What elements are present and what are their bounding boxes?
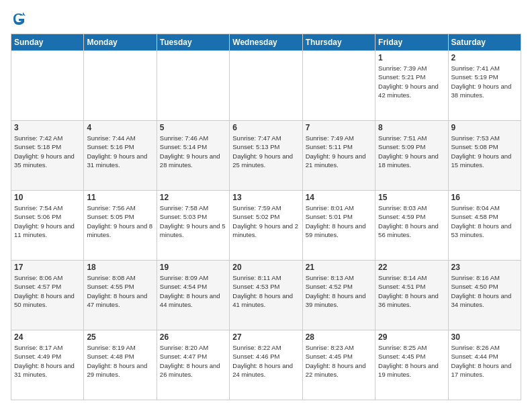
day-number: 17 [14,263,81,272]
day-cell: 9Sunrise: 7:53 AM Sunset: 5:08 PM Daylig… [448,121,521,191]
day-info: Sunrise: 8:16 AM Sunset: 4:50 PM Dayligh… [451,273,518,309]
day-cell: 29Sunrise: 8:25 AM Sunset: 4:45 PM Dayli… [375,330,448,400]
day-cell: 21Sunrise: 8:13 AM Sunset: 4:52 PM Dayli… [302,261,375,330]
day-cell: 7Sunrise: 7:49 AM Sunset: 5:11 PM Daylig… [302,121,375,191]
day-number: 11 [87,193,153,202]
day-info: Sunrise: 7:47 AM Sunset: 5:13 PM Dayligh… [232,134,299,169]
day-info: Sunrise: 8:14 AM Sunset: 4:51 PM Dayligh… [378,273,445,309]
day-cell [157,51,229,121]
day-number: 28 [306,332,372,342]
day-number: 21 [306,263,372,272]
col-header-thursday: Thursday [302,34,375,51]
day-info: Sunrise: 7:42 AM Sunset: 5:18 PM Dayligh… [14,134,81,169]
day-info: Sunrise: 8:13 AM Sunset: 4:52 PM Dayligh… [306,273,372,309]
day-number: 4 [87,123,153,132]
day-info: Sunrise: 8:22 AM Sunset: 4:46 PM Dayligh… [232,343,299,379]
day-info: Sunrise: 8:17 AM Sunset: 4:49 PM Dayligh… [14,343,81,379]
day-info: Sunrise: 8:06 AM Sunset: 4:57 PM Dayligh… [14,273,81,309]
day-info: Sunrise: 8:09 AM Sunset: 4:54 PM Dayligh… [160,273,226,309]
day-info: Sunrise: 7:59 AM Sunset: 5:02 PM Dayligh… [232,203,299,239]
day-cell: 23Sunrise: 8:16 AM Sunset: 4:50 PM Dayli… [448,261,521,330]
day-number: 10 [14,193,81,202]
week-row-3: 10Sunrise: 7:54 AM Sunset: 5:06 PM Dayli… [11,191,521,261]
day-cell: 6Sunrise: 7:47 AM Sunset: 5:13 PM Daylig… [230,121,302,191]
day-cell: 30Sunrise: 8:26 AM Sunset: 4:44 PM Dayli… [448,330,521,400]
day-number: 16 [451,193,518,202]
day-info: Sunrise: 7:53 AM Sunset: 5:08 PM Dayligh… [451,134,518,169]
day-cell: 5Sunrise: 7:46 AM Sunset: 5:14 PM Daylig… [157,121,229,191]
day-info: Sunrise: 8:23 AM Sunset: 4:45 PM Dayligh… [306,343,372,379]
day-cell: 13Sunrise: 7:59 AM Sunset: 5:02 PM Dayli… [230,191,302,261]
day-number: 2 [451,53,518,62]
logo-icon [11,11,27,27]
day-number: 15 [378,193,445,202]
day-cell: 8Sunrise: 7:51 AM Sunset: 5:09 PM Daylig… [375,121,448,191]
day-number: 24 [14,332,81,342]
day-cell [302,51,375,121]
day-info: Sunrise: 7:54 AM Sunset: 5:06 PM Dayligh… [14,203,81,239]
day-info: Sunrise: 8:26 AM Sunset: 4:44 PM Dayligh… [451,343,518,379]
week-row-5: 24Sunrise: 8:17 AM Sunset: 4:49 PM Dayli… [11,330,521,400]
day-cell: 22Sunrise: 8:14 AM Sunset: 4:51 PM Dayli… [375,261,448,330]
day-number: 9 [451,123,518,132]
day-number: 1 [378,53,445,62]
day-number: 5 [160,123,226,132]
day-number: 22 [378,263,445,272]
day-cell: 20Sunrise: 8:11 AM Sunset: 4:53 PM Dayli… [230,261,302,330]
day-info: Sunrise: 7:41 AM Sunset: 5:19 PM Dayligh… [451,64,518,99]
day-cell: 10Sunrise: 7:54 AM Sunset: 5:06 PM Dayli… [11,191,84,261]
day-cell: 27Sunrise: 8:22 AM Sunset: 4:46 PM Dayli… [230,330,302,400]
col-header-monday: Monday [84,34,157,51]
day-cell: 4Sunrise: 7:44 AM Sunset: 5:16 PM Daylig… [84,121,157,191]
day-info: Sunrise: 7:58 AM Sunset: 5:03 PM Dayligh… [160,203,226,239]
day-number: 18 [87,263,153,272]
day-number: 12 [160,193,226,202]
day-cell: 16Sunrise: 8:04 AM Sunset: 4:58 PM Dayli… [448,191,521,261]
day-number: 23 [451,263,518,272]
day-cell: 17Sunrise: 8:06 AM Sunset: 4:57 PM Dayli… [11,261,84,330]
day-number: 6 [232,123,299,132]
day-number: 7 [306,123,372,132]
day-cell [230,51,302,121]
day-cell: 14Sunrise: 8:01 AM Sunset: 5:01 PM Dayli… [302,191,375,261]
week-row-1: 1Sunrise: 7:39 AM Sunset: 5:21 PM Daylig… [11,51,521,121]
header-row: SundayMondayTuesdayWednesdayThursdayFrid… [11,34,521,51]
day-number: 13 [232,193,299,202]
day-cell: 12Sunrise: 7:58 AM Sunset: 5:03 PM Dayli… [157,191,229,261]
day-cell: 1Sunrise: 7:39 AM Sunset: 5:21 PM Daylig… [375,51,448,121]
col-header-tuesday: Tuesday [157,34,229,51]
day-info: Sunrise: 7:39 AM Sunset: 5:21 PM Dayligh… [378,64,445,99]
day-number: 20 [232,263,299,272]
day-cell: 11Sunrise: 7:56 AM Sunset: 5:05 PM Dayli… [84,191,157,261]
day-number: 27 [232,332,299,342]
day-cell: 24Sunrise: 8:17 AM Sunset: 4:49 PM Dayli… [11,330,84,400]
day-info: Sunrise: 8:03 AM Sunset: 4:59 PM Dayligh… [378,203,445,239]
day-info: Sunrise: 8:11 AM Sunset: 4:53 PM Dayligh… [232,273,299,309]
day-number: 8 [378,123,445,132]
day-info: Sunrise: 7:56 AM Sunset: 5:05 PM Dayligh… [87,203,153,239]
day-cell [84,51,157,121]
col-header-wednesday: Wednesday [230,34,302,51]
header [11,11,521,27]
col-header-sunday: Sunday [11,34,84,51]
week-row-2: 3Sunrise: 7:42 AM Sunset: 5:18 PM Daylig… [11,121,521,191]
day-cell: 2Sunrise: 7:41 AM Sunset: 5:19 PM Daylig… [448,51,521,121]
day-info: Sunrise: 8:04 AM Sunset: 4:58 PM Dayligh… [451,203,518,239]
day-number: 29 [378,332,445,342]
day-number: 14 [306,193,372,202]
day-cell: 18Sunrise: 8:08 AM Sunset: 4:55 PM Dayli… [84,261,157,330]
day-number: 19 [160,263,226,272]
day-info: Sunrise: 8:01 AM Sunset: 5:01 PM Dayligh… [306,203,372,239]
logo [11,11,30,27]
day-info: Sunrise: 8:20 AM Sunset: 4:47 PM Dayligh… [160,343,226,379]
day-info: Sunrise: 7:46 AM Sunset: 5:14 PM Dayligh… [160,134,226,169]
day-info: Sunrise: 7:44 AM Sunset: 5:16 PM Dayligh… [87,134,153,169]
day-cell [11,51,84,121]
calendar-table: SundayMondayTuesdayWednesdayThursdayFrid… [11,34,521,400]
day-cell: 25Sunrise: 8:19 AM Sunset: 4:48 PM Dayli… [84,330,157,400]
day-cell: 19Sunrise: 8:09 AM Sunset: 4:54 PM Dayli… [157,261,229,330]
page: SundayMondayTuesdayWednesdayThursdayFrid… [0,0,532,411]
calendar-header: SundayMondayTuesdayWednesdayThursdayFrid… [11,34,521,51]
day-cell: 15Sunrise: 8:03 AM Sunset: 4:59 PM Dayli… [375,191,448,261]
day-info: Sunrise: 7:49 AM Sunset: 5:11 PM Dayligh… [306,134,372,169]
